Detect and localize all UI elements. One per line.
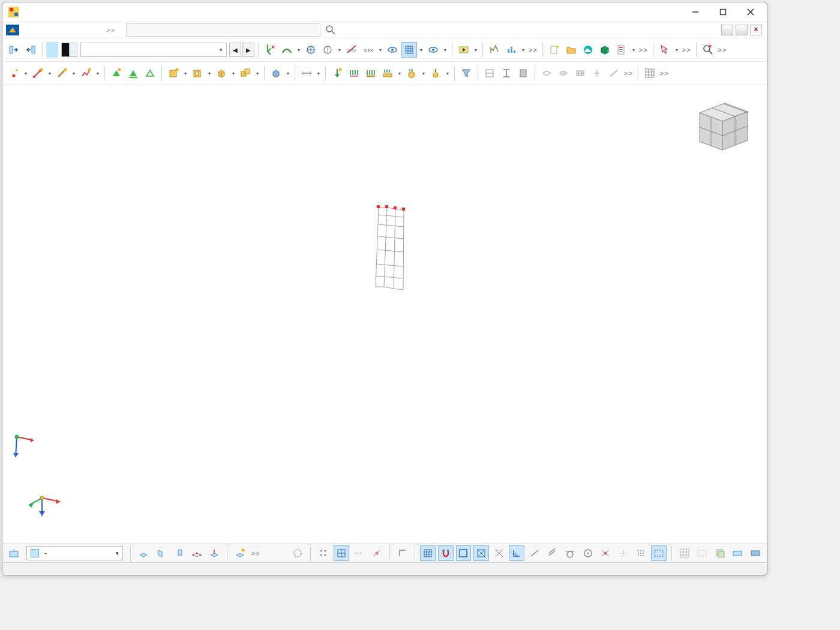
dropdown-icon[interactable]: ▾: [418, 47, 424, 53]
search-field[interactable]: [126, 23, 320, 37]
diagram2-icon[interactable]: [503, 42, 519, 58]
loadcase-badge[interactable]: [61, 43, 77, 57]
menu-view[interactable]: [41, 28, 50, 32]
block-new-icon[interactable]: [268, 65, 284, 81]
osnap-cross-icon[interactable]: [473, 545, 489, 561]
dropdown-icon[interactable]: ▾: [23, 71, 29, 76]
app-badge-icon[interactable]: [6, 25, 19, 35]
dropdown-icon[interactable]: ▾: [316, 71, 322, 76]
loadcase-color-icon[interactable]: [46, 42, 58, 58]
osnap-parallel-icon[interactable]: [545, 545, 560, 561]
maximize-button[interactable]: [709, 3, 737, 21]
values-show-icon[interactable]: x.xx: [361, 42, 376, 58]
dropdown-icon[interactable]: ▾: [182, 71, 188, 76]
show-all-icon[interactable]: [290, 545, 306, 561]
bg-grid-icon[interactable]: [677, 545, 692, 561]
plane-offset-icon[interactable]: [207, 545, 223, 561]
dropdown-icon[interactable]: ▾: [337, 47, 343, 53]
toolbar-more-icon[interactable]: >>: [624, 70, 633, 77]
osnap-dotgrid-icon[interactable]: [634, 545, 649, 561]
misc5-icon[interactable]: [606, 65, 622, 81]
snap-grid-icon[interactable]: [316, 545, 331, 561]
misc3-icon[interactable]: [572, 65, 588, 81]
minimize-button[interactable]: [682, 3, 709, 21]
menu-insert[interactable]: [50, 28, 60, 32]
bg-rect-icon[interactable]: [694, 545, 710, 561]
diagram1-icon[interactable]: [487, 42, 502, 58]
select-arrow-icon[interactable]: [657, 42, 673, 58]
toolbar-more-icon[interactable]: >>: [639, 46, 648, 53]
model-viewport[interactable]: [2, 85, 767, 544]
osnap-intersect-icon[interactable]: [598, 545, 613, 561]
new-model-icon[interactable]: [547, 42, 562, 58]
dropdown-icon[interactable]: ▾: [445, 71, 451, 76]
member-load-icon[interactable]: [363, 65, 379, 81]
osnap-near-icon[interactable]: [527, 545, 542, 561]
dropdown-icon[interactable]: ▾: [71, 71, 77, 76]
solid-load-icon[interactable]: [404, 65, 419, 81]
plane-star-icon[interactable]: [232, 545, 248, 561]
dropdown-icon[interactable]: ▾: [520, 47, 526, 53]
dropdown-icon[interactable]: ▾: [397, 71, 403, 76]
loadcase-select[interactable]: ▾: [80, 43, 227, 57]
workplane-icon[interactable]: [6, 545, 22, 561]
search-go-icon[interactable]: [323, 22, 338, 38]
osnap-perp-icon[interactable]: [509, 545, 524, 561]
anim-play-icon[interactable]: [456, 42, 472, 58]
workplane-select[interactable]: - ▾: [26, 546, 124, 560]
dropdown-icon[interactable]: ▾: [47, 71, 53, 76]
report-icon[interactable]: [614, 42, 629, 58]
navigation-cube[interactable]: [688, 92, 754, 158]
mdi-minimize-button[interactable]: [721, 25, 733, 35]
search-input[interactable]: [130, 25, 316, 35]
menu-edit[interactable]: [31, 28, 41, 32]
box-icon[interactable]: [597, 42, 613, 58]
dropdown-icon[interactable]: ▾: [631, 47, 637, 53]
free-load-icon[interactable]: [428, 65, 443, 81]
dropdown-icon[interactable]: ▾: [95, 71, 101, 76]
intersect-icon[interactable]: [238, 65, 253, 81]
solid-new-icon[interactable]: [214, 65, 229, 81]
polyline-new-icon[interactable]: [78, 65, 94, 81]
loadcase-next-button[interactable]: ▶: [242, 43, 254, 57]
support-new1-icon[interactable]: [109, 65, 124, 81]
view-eye-icon[interactable]: [385, 42, 400, 58]
toolbar-more-icon[interactable]: >>: [529, 46, 538, 53]
dropdown-icon[interactable]: ▾: [421, 71, 427, 76]
support-new2-icon[interactable]: [125, 65, 141, 81]
line-load-icon[interactable]: [346, 65, 362, 81]
dropdown-icon[interactable]: ▾: [377, 47, 383, 53]
view-eye2-icon[interactable]: [425, 42, 441, 58]
dropdown-icon[interactable]: ▾: [230, 71, 236, 76]
results-local-icon[interactable]: [320, 42, 335, 58]
view-mesh-icon[interactable]: [401, 42, 417, 58]
surface-new-icon[interactable]: [166, 65, 181, 81]
line-new-icon[interactable]: [30, 65, 46, 81]
toolbar-more-icon[interactable]: >>: [251, 550, 260, 557]
cloud-icon[interactable]: [580, 42, 596, 58]
snap-object-icon[interactable]: [334, 545, 349, 561]
filter-icon[interactable]: [458, 65, 474, 81]
menu-file[interactable]: [22, 28, 31, 32]
dropdown-icon[interactable]: ▾: [206, 71, 212, 76]
opening-new-icon[interactable]: [190, 65, 205, 81]
mdi-close-button[interactable]: ×: [750, 25, 762, 35]
section2-icon[interactable]: [499, 65, 514, 81]
osnap-gridline-icon[interactable]: [616, 545, 631, 561]
dimension-icon[interactable]: [299, 65, 314, 81]
osnap-mid-icon[interactable]: [491, 545, 507, 561]
snap-line-icon[interactable]: [369, 545, 385, 561]
section3-icon[interactable]: [515, 65, 531, 81]
grid-settings-icon[interactable]: [642, 65, 658, 81]
misc2-icon[interactable]: [556, 65, 571, 81]
delete-load-icon[interactable]: ×: [262, 42, 278, 58]
menu-results[interactable]: [79, 28, 89, 32]
dropdown-icon[interactable]: ▾: [296, 47, 302, 53]
osnap-grid-icon[interactable]: [420, 545, 436, 561]
results-global-icon[interactable]: [303, 42, 319, 58]
section1-icon[interactable]: [482, 65, 497, 81]
dropdown-icon[interactable]: ▾: [674, 47, 680, 53]
results-deformed-icon[interactable]: [279, 42, 295, 58]
misc1-icon[interactable]: [539, 65, 554, 81]
plane-3pt-icon[interactable]: [189, 545, 205, 561]
